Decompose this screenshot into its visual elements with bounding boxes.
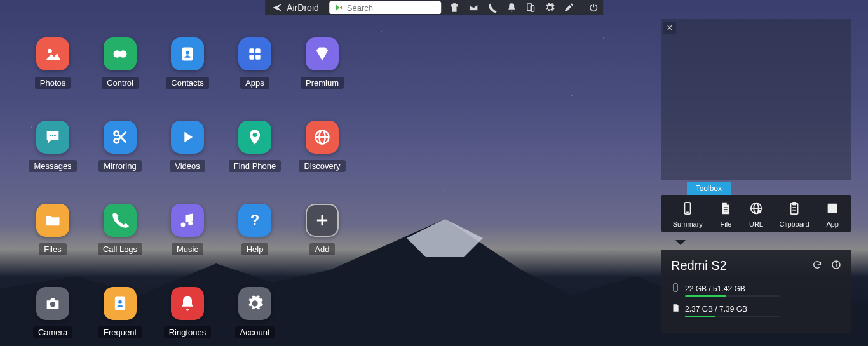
app-label: Control xyxy=(102,77,139,89)
camera-icon xyxy=(36,287,69,320)
info-icon[interactable] xyxy=(831,260,841,272)
tool-label: Clipboard xyxy=(780,220,810,228)
power-icon[interactable] xyxy=(584,0,603,15)
app-label: Messages xyxy=(29,160,76,172)
app-label: Premium xyxy=(301,77,344,89)
app-files[interactable]: Files xyxy=(19,204,86,274)
phone-icon[interactable] xyxy=(483,0,502,15)
premium-icon xyxy=(306,37,339,70)
ringtones-icon xyxy=(171,287,204,320)
screen-preview-panel: × xyxy=(661,19,851,180)
airdroid-logo-icon xyxy=(271,2,283,13)
app-label: Help xyxy=(241,243,269,255)
device-name: Redmi S2 xyxy=(671,258,727,273)
devices-icon[interactable] xyxy=(521,0,540,15)
toolbox-tab[interactable]: Toolbox xyxy=(687,182,731,196)
bell-icon[interactable] xyxy=(502,0,521,15)
clipboard-icon xyxy=(787,201,801,216)
app-find-phone[interactable]: Find Phone xyxy=(221,121,288,190)
tool-app[interactable]: App xyxy=(825,201,839,228)
app-videos[interactable]: Videos xyxy=(154,121,221,190)
app-label: Find Phone xyxy=(229,160,281,172)
storage-text: 22 GB / 51.42 GB xyxy=(685,284,745,293)
messages-icon xyxy=(36,121,69,154)
app-label: Apps xyxy=(240,77,269,89)
svg-text:?: ? xyxy=(250,212,259,229)
app-label: Photos xyxy=(35,77,71,89)
app-label: Call Logs xyxy=(98,243,142,255)
app-label: Camera xyxy=(33,326,72,338)
app-messages[interactable]: Messages xyxy=(19,121,86,190)
app-mirroring[interactable]: Mirroring xyxy=(86,121,154,190)
discovery-icon xyxy=(306,121,339,154)
app-discovery[interactable]: Discovery xyxy=(288,121,356,190)
app-label: Discovery xyxy=(299,160,345,172)
toolbox-arrow xyxy=(675,240,686,245)
photos-icon xyxy=(36,37,69,70)
app-label: Videos xyxy=(170,160,205,172)
svg-point-13 xyxy=(54,135,56,136)
refresh-icon[interactable] xyxy=(812,260,822,272)
app-label: Add xyxy=(309,243,334,255)
search-box[interactable] xyxy=(329,1,441,14)
tool-clipboard[interactable]: Clipboard xyxy=(780,201,810,228)
toolbar-icons xyxy=(445,0,603,15)
brand-text: AirDroid xyxy=(287,3,319,13)
app-apps[interactable]: Apps xyxy=(221,37,288,107)
apps-icon xyxy=(238,37,271,70)
tool-label: App xyxy=(826,220,839,228)
app-control[interactable]: Control xyxy=(86,37,154,107)
app-help[interactable]: ?Help xyxy=(221,204,288,274)
brand[interactable]: AirDroid xyxy=(265,0,325,15)
tool-label: URL xyxy=(749,220,763,228)
files-icon xyxy=(36,204,69,237)
svg-rect-41 xyxy=(828,206,837,213)
app-camera[interactable]: Camera xyxy=(19,287,86,346)
tool-url[interactable]: URL xyxy=(749,201,763,228)
edit-icon[interactable] xyxy=(559,0,578,15)
call-logs-icon xyxy=(104,204,137,237)
close-icon[interactable]: × xyxy=(663,22,676,34)
svg-rect-8 xyxy=(255,48,261,53)
account-icon xyxy=(238,287,271,320)
svg-point-4 xyxy=(119,50,127,58)
top-toolbar: AirDroid xyxy=(265,0,603,15)
svg-rect-38 xyxy=(792,203,796,205)
music-icon xyxy=(171,204,204,237)
app-music[interactable]: Music xyxy=(154,204,221,274)
app-ringtones[interactable]: Ringtones xyxy=(154,287,221,346)
tshirt-icon[interactable] xyxy=(445,0,464,15)
videos-icon xyxy=(171,121,204,154)
app-label: Files xyxy=(39,243,66,255)
tool-label: File xyxy=(721,220,732,228)
search-input[interactable] xyxy=(347,1,436,14)
app-photos[interactable]: Photos xyxy=(19,37,86,107)
svg-point-45 xyxy=(836,262,836,263)
tool-summary[interactable]: Summary xyxy=(673,201,703,228)
app-label: Frequent xyxy=(98,326,142,338)
app-call-logs[interactable]: Call Logs xyxy=(86,204,154,274)
svg-point-25 xyxy=(50,302,55,307)
mail-icon[interactable] xyxy=(464,0,483,15)
settings-icon[interactable] xyxy=(540,0,559,15)
svg-rect-9 xyxy=(249,55,254,60)
tool-file[interactable]: File xyxy=(719,201,733,228)
app-label: Music xyxy=(172,243,203,255)
add-icon xyxy=(306,204,339,237)
svg-point-18 xyxy=(253,133,257,137)
contacts-icon xyxy=(171,37,204,70)
svg-rect-42 xyxy=(828,204,837,206)
app-add[interactable]: Add xyxy=(288,204,356,274)
app-frequent[interactable]: Frequent xyxy=(86,287,154,346)
svg-point-2 xyxy=(48,49,52,53)
mirroring-icon xyxy=(104,121,137,154)
app-premium[interactable]: Premium xyxy=(288,37,356,107)
storage-text: 2.37 GB / 7.39 GB xyxy=(685,305,747,314)
storage-row: 22 GB / 51.42 GB xyxy=(671,283,841,294)
phone-outline-icon xyxy=(671,283,680,294)
app-account[interactable]: Account xyxy=(221,287,288,346)
app-contacts[interactable]: Contacts xyxy=(154,37,221,107)
app-label: Mirroring xyxy=(98,160,141,172)
svg-point-12 xyxy=(52,135,54,136)
url-icon xyxy=(749,201,763,216)
